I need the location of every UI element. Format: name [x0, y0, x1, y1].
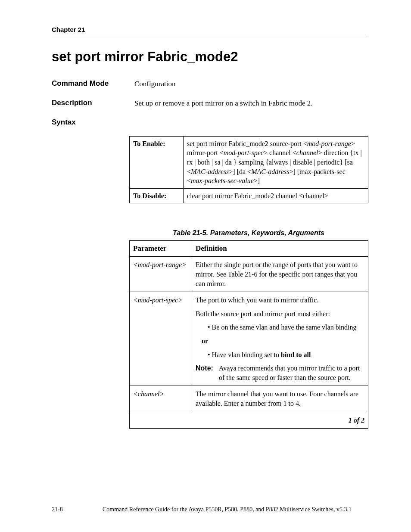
syntax-table: To Enable: set port mirror Fabric_mode2 … [129, 136, 368, 204]
params-row: <channel> The mirror channel that you wa… [130, 386, 368, 412]
param-def: The mirror channel that you want to use.… [192, 386, 368, 412]
params-paging: 1 of 2 [130, 412, 368, 429]
param-def: The port to which you want to mirror tra… [192, 292, 368, 386]
param-name: <mod-port-range> [130, 257, 192, 292]
value-command-mode: Configuration [134, 79, 368, 89]
params-header-definition: Definition [192, 241, 368, 257]
header-rule [52, 36, 368, 36]
params-row: <mod-port-range> Either the single port … [130, 257, 368, 292]
row-command-mode: Command Mode Configuration [52, 79, 368, 89]
param-def: Either the single port or the range of p… [192, 257, 368, 292]
row-description: Description Set up or remove a port mirr… [52, 99, 368, 109]
page-footer: 21-8 Command Reference Guide for the Ava… [52, 506, 368, 513]
param-name: <mod-port-spec> [130, 292, 192, 386]
params-header-parameter: Parameter [130, 241, 192, 257]
note-label: Note: [196, 364, 217, 382]
params-row: <mod-port-spec> The port to which you wa… [130, 292, 368, 386]
label-command-mode: Command Mode [52, 79, 134, 89]
value-description: Set up or remove a port mirror on a swit… [134, 99, 368, 109]
param-name: <channel> [130, 386, 192, 412]
syntax-disable-text: clear port mirror Fabric_mode2 channel <… [184, 188, 368, 203]
syntax-row-disable: To Disable: clear port mirror Fabric_mod… [130, 188, 368, 203]
footer-text: Command Reference Guide for the Avaya P5… [86, 506, 368, 513]
label-syntax: Syntax [52, 118, 134, 127]
label-description: Description [52, 99, 134, 109]
params-header-row: Parameter Definition [130, 241, 368, 257]
syntax-enable-label: To Enable: [130, 136, 184, 188]
note-body: Avaya recommends that you mirror traffic… [217, 364, 364, 382]
syntax-disable-label: To Disable: [130, 188, 184, 203]
syntax-row-enable: To Enable: set port mirror Fabric_mode2 … [130, 136, 368, 188]
note: Note: Avaya recommends that you mirror t… [196, 364, 364, 382]
params-paging-row: 1 of 2 [130, 412, 368, 429]
params-table: Parameter Definition <mod-port-range> Ei… [129, 240, 368, 429]
chapter-header: Chapter 21 [52, 26, 368, 33]
params-table-caption: Table 21-5. Parameters, Keywords, Argume… [129, 229, 368, 237]
syntax-enable-text: set port mirror Fabric_mode2 source-port… [184, 136, 368, 188]
row-syntax: Syntax [52, 118, 368, 127]
footer-page-number: 21-8 [52, 506, 86, 513]
page-title: set port mirror Fabric_mode2 [52, 49, 368, 65]
